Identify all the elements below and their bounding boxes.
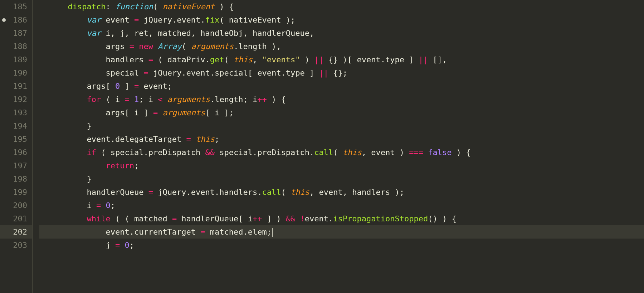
line-number-gutter[interactable]: 1851861871881891901911921931941951961971… (0, 0, 32, 293)
token-op: || (319, 68, 328, 77)
token-fn: dispatch (68, 2, 106, 11)
breakpoint-marker-icon[interactable] (2, 18, 6, 22)
token-pn (423, 148, 428, 157)
line-number[interactable]: 196 (0, 146, 27, 159)
token-st: var (87, 29, 101, 38)
code-line[interactable]: args[ 0 ] = event; (39, 80, 644, 93)
code-line[interactable]: handlerQueue = jQuery.event.handlers.cal… (39, 186, 644, 199)
token-pn: i, j, ret, matched, handleObj, handlerQu… (101, 29, 314, 38)
token-prm: this (234, 55, 253, 64)
line-number[interactable]: 193 (0, 106, 27, 119)
code-editor[interactable]: 1851861871881891901911921931941951961971… (0, 0, 644, 293)
line-number[interactable]: 191 (0, 80, 27, 93)
code-area[interactable]: dispatch: function( nativeEvent ) { var … (37, 0, 644, 293)
code-line[interactable]: event.currentTarget = matched.elem; (39, 225, 644, 239)
token-pn (120, 241, 125, 250)
token-pn: ; (111, 201, 115, 210)
code-line[interactable]: i = 0; (39, 199, 644, 212)
code-line[interactable]: event.delegateTarget = this; (39, 133, 644, 146)
line-number[interactable]: 200 (0, 199, 27, 212)
token-str: "events" (262, 55, 300, 64)
token-pn: ( dataPriv. (153, 55, 210, 64)
token-prm: arguments (162, 108, 205, 117)
token-prm: nativeEvent (162, 2, 215, 11)
token-op: ! (300, 214, 305, 223)
token-pn: j (106, 241, 115, 250)
code-line[interactable]: return; (39, 159, 644, 172)
token-pn: [], (428, 55, 447, 64)
token-pn: ( (281, 188, 291, 197)
line-number[interactable]: 199 (0, 186, 27, 199)
token-op: ++ (253, 214, 262, 223)
line-number[interactable]: 186 (0, 13, 27, 27)
code-line[interactable]: args = new Array( arguments.length ), (39, 40, 644, 53)
line-number[interactable]: 198 (0, 172, 27, 186)
fold-ruler[interactable] (32, 0, 37, 293)
line-number[interactable]: 202 (0, 225, 32, 239)
token-pn: ( (333, 148, 343, 157)
token-num: 0 (115, 82, 120, 91)
token-kw: while (87, 214, 110, 223)
token-op: || (314, 55, 324, 64)
line-number[interactable]: 203 (0, 239, 27, 252)
token-prm: this (291, 188, 309, 197)
line-number[interactable]: 192 (0, 93, 27, 106)
token-pn: {} )[ event.type ] (324, 55, 419, 64)
token-pn: ( special.preDispatch (96, 148, 205, 157)
line-number[interactable]: 197 (0, 159, 27, 172)
token-prm: arguments (191, 42, 234, 51)
line-number[interactable]: 190 (0, 66, 27, 80)
token-pn (295, 214, 300, 223)
code-line[interactable]: var event = jQuery.event.fix( nativeEven… (39, 13, 644, 27)
token-prm: this (343, 148, 362, 157)
token-op: = (130, 42, 134, 51)
token-pn: ; i (139, 95, 158, 104)
token-pn: args (106, 42, 129, 51)
token-op: = (172, 214, 177, 223)
token-st: var (87, 15, 101, 24)
code-line[interactable]: } (39, 119, 644, 133)
token-pn: } (87, 174, 91, 183)
token-num: 0 (106, 201, 110, 210)
code-line[interactable]: for ( i = 1; i < arguments.length; i++ )… (39, 93, 644, 106)
line-number[interactable]: 194 (0, 119, 27, 133)
code-line[interactable]: special = jQuery.event.special[ event.ty… (39, 66, 644, 80)
line-number[interactable]: 188 (0, 40, 27, 53)
code-line[interactable]: while ( ( matched = handlerQueue[ i++ ] … (39, 212, 644, 225)
token-pn: .length; i (210, 95, 257, 104)
code-line[interactable]: var i, j, ret, matched, handleObj, handl… (39, 27, 644, 40)
token-pn: ; (134, 161, 139, 170)
token-pn: ; (130, 241, 134, 250)
token-pn: ) { (267, 95, 286, 104)
line-number[interactable]: 189 (0, 53, 27, 66)
token-op: === (409, 148, 423, 157)
code-line[interactable]: handlers = ( dataPriv.get( this, "events… (39, 53, 644, 66)
code-line[interactable]: if ( special.preDispatch && special.preD… (39, 146, 644, 159)
line-number[interactable]: 201 (0, 212, 27, 225)
token-pn: args[ i ] (106, 108, 153, 117)
token-pn: ( (224, 55, 234, 64)
token-kw: for (87, 95, 101, 104)
code-line[interactable]: j = 0; (39, 239, 644, 252)
token-fn: isPropagationStopped (333, 214, 428, 223)
token-num: 1 (134, 95, 139, 104)
line-number[interactable]: 185 (0, 0, 27, 13)
code-line[interactable]: args[ i ] = arguments[ i ]; (39, 106, 644, 119)
token-pn: special.preDispatch. (215, 148, 314, 157)
code-line[interactable]: dispatch: function( nativeEvent ) { (39, 0, 644, 13)
token-op: || (419, 55, 428, 64)
code-line[interactable]: } (39, 172, 644, 186)
token-pn: ( (181, 42, 191, 51)
token-pn: {}; (328, 68, 347, 77)
token-prm: this (196, 135, 215, 144)
token-pn: event (101, 15, 134, 24)
token-pn (130, 95, 134, 104)
token-fn: fix (205, 15, 220, 24)
token-pn (134, 42, 139, 51)
token-op: = (153, 108, 158, 117)
line-number[interactable]: 187 (0, 27, 27, 40)
token-op: = (186, 135, 191, 144)
token-st: function (115, 2, 153, 11)
token-kw: return (106, 161, 134, 170)
line-number[interactable]: 195 (0, 133, 27, 146)
